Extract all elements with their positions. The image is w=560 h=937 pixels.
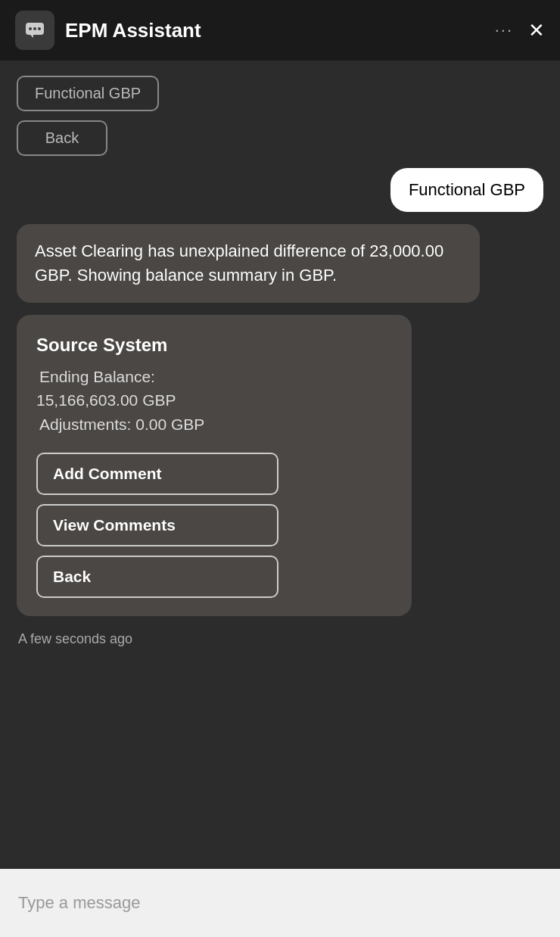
bot-text-message: Asset Clearing has unexplained differenc… [17, 224, 543, 303]
back-top-button[interactable]: Back [17, 120, 107, 156]
user-message: Functional GBP [17, 168, 543, 212]
adjustments-value: Adjustments: 0.00 GBP [39, 412, 392, 437]
source-system-card: Source System Ending Balance: 15,166,603… [17, 315, 412, 617]
message-timestamp: A few seconds ago [17, 631, 543, 647]
header-actions: ··· ✕ [495, 19, 545, 42]
app-header: EPM Assistant ··· ✕ [0, 0, 560, 61]
app-title: EPM Assistant [65, 19, 495, 42]
chat-area: Functional GBP Back Functional GBP Asset… [0, 61, 560, 869]
message-input-placeholder[interactable]: Type a message [18, 893, 140, 913]
more-options-button[interactable]: ··· [495, 20, 513, 40]
back-card-button[interactable]: Back [36, 556, 278, 598]
svg-point-3 [33, 27, 36, 30]
user-bubble-text: Functional GBP [390, 168, 543, 212]
ending-balance-label: Ending Balance: [39, 365, 392, 389]
close-button[interactable]: ✕ [528, 19, 545, 42]
ending-balance-value: 15,166,603.00 GBP [36, 388, 392, 412]
bot-bubble-text: Asset Clearing has unexplained differenc… [17, 224, 480, 303]
message-input-area[interactable]: Type a message [0, 869, 560, 937]
card-title: Source System [36, 335, 392, 356]
svg-point-4 [38, 27, 41, 30]
functional-gbp-top-button[interactable]: Functional GBP [17, 76, 159, 111]
card-action-buttons: Add Comment View Comments Back [36, 453, 392, 598]
app-icon [15, 11, 54, 50]
view-comments-button[interactable]: View Comments [36, 504, 278, 546]
svg-point-2 [29, 27, 32, 30]
add-comment-button[interactable]: Add Comment [36, 453, 278, 495]
top-suggestion-buttons: Functional GBP Back [17, 76, 543, 156]
